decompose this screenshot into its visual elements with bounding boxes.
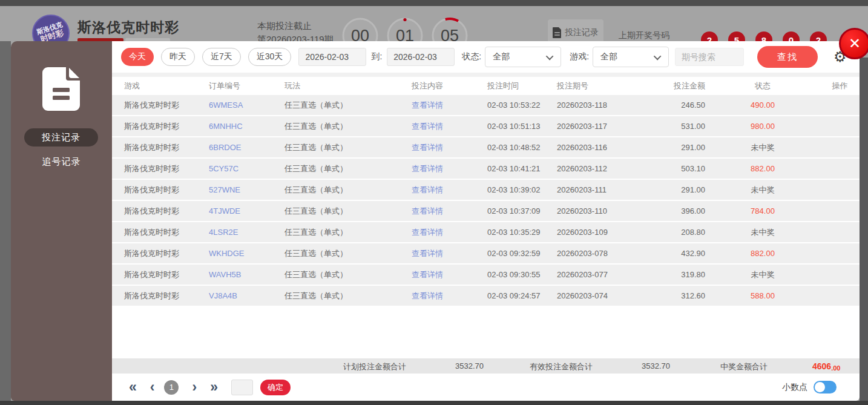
cell-game: 斯洛伐克时时彩 [112, 291, 209, 301]
cell-status: 882.00 [705, 249, 820, 258]
document-icon [553, 27, 562, 38]
table-body: 斯洛伐克时时彩 6WMESA 任三直选（单式） 查看详情 02-03 10:53… [112, 95, 860, 307]
cell-amount: 396.00 [657, 206, 705, 216]
period-search-input[interactable] [675, 48, 744, 66]
cell-play: 任三直选（单式） [284, 291, 412, 301]
decimal-toggle[interactable] [814, 381, 837, 393]
table-empty-space [112, 307, 860, 358]
view-details-link[interactable]: 查看详情 [412, 100, 481, 111]
cell-period: 20260203-077 [557, 270, 657, 279]
view-details-link[interactable]: 查看详情 [412, 121, 481, 132]
cell-play: 任三直选（单式） [284, 185, 412, 196]
decimal-toggle-label: 小数点 [782, 382, 807, 393]
cell-play: 任三直选（单式） [284, 163, 412, 174]
page-header: 斯洛伐克 时时彩 斯洛伐克时时彩 本期投注截止 第20260203-119期 0… [0, 6, 868, 41]
order-id-link[interactable]: 527WNE [209, 185, 284, 194]
page-confirm-button[interactable]: 确定 [260, 380, 291, 395]
game-select[interactable]: 全部 [593, 47, 669, 67]
filter-bar: 今天 昨天 近7天 近30天 到: 状态: 全部 游戏: 全部 查找 ⚙ [112, 41, 860, 73]
view-details-link[interactable]: 查看详情 [412, 142, 481, 153]
cell-play: 任三直选（单式） [284, 206, 412, 217]
table-row: 斯洛伐克时时彩 4LSR2E 任三直选（单式） 查看详情 02-03 10:35… [112, 222, 860, 243]
cell-status: 784.00 [705, 206, 820, 216]
view-details-link[interactable]: 查看详情 [412, 291, 481, 301]
game-select-value: 全部 [600, 51, 617, 62]
view-details-link[interactable]: 查看详情 [412, 185, 481, 196]
cell-status: 588.00 [705, 291, 820, 300]
view-details-link[interactable]: 查看详情 [412, 248, 481, 259]
quick-filter-today[interactable]: 今天 [121, 48, 154, 66]
quick-filter-yesterday[interactable]: 昨天 [161, 48, 195, 66]
order-id-link[interactable]: 6MNHHC [209, 122, 284, 131]
decimal-toggle-group: 小数点 [782, 381, 837, 393]
table-row: 斯洛伐克时时彩 6WMESA 任三直选（单式） 查看详情 02-03 10:53… [112, 95, 860, 116]
cell-game: 斯洛伐克时时彩 [112, 100, 209, 111]
table-row: 斯洛伐克时时彩 6BRDOE 任三直选（单式） 查看详情 02-03 10:48… [112, 137, 860, 159]
cell-game: 斯洛伐克时时彩 [112, 142, 209, 153]
view-details-link[interactable]: 查看详情 [412, 163, 481, 174]
prev-page-button[interactable]: ‹ [150, 380, 155, 394]
cell-time: 02-03 10:51:13 [481, 122, 557, 131]
cell-time: 02-03 10:37:09 [481, 206, 557, 216]
sidebar-item-bet-records[interactable]: 投注记录 [24, 128, 98, 147]
cell-play: 任三直选（单式） [284, 100, 412, 111]
col-action: 操作 [820, 81, 860, 91]
page-number-input[interactable] [231, 380, 253, 395]
close-icon[interactable]: ✕ [839, 28, 868, 59]
cell-status: 未中奖 [705, 227, 820, 238]
page-left-edge [0, 41, 11, 401]
page-title: 斯洛伐克时时彩 [77, 18, 179, 37]
modal-content: 今天 昨天 近7天 近30天 到: 状态: 全部 游戏: 全部 查找 ⚙ 游戏 [112, 41, 860, 401]
order-id-link[interactable]: 6BRDOE [209, 143, 284, 152]
cell-game: 斯洛伐克时时彩 [112, 163, 209, 174]
cell-status: 未中奖 [705, 185, 820, 196]
cell-period: 20260203-116 [557, 143, 657, 152]
first-page-button[interactable]: « [129, 380, 137, 394]
order-id-link[interactable]: 4TJWDE [209, 206, 284, 216]
cell-amount: 432.90 [657, 249, 705, 258]
col-status: 状态 [705, 81, 820, 91]
order-id-link[interactable]: WKHDGE [209, 249, 284, 258]
sidebar-item-chase-records[interactable]: 追号记录 [11, 153, 112, 170]
last-page-button[interactable]: » [210, 380, 218, 394]
order-id-link[interactable]: 5CY57C [209, 164, 284, 173]
order-id-link[interactable]: 4LSR2E [209, 228, 284, 237]
order-id-link[interactable]: 6WMESA [209, 100, 284, 110]
cell-time: 02-03 10:53:22 [481, 100, 557, 110]
win-total-value: 4606.00 [812, 361, 831, 371]
date-from-input[interactable] [298, 48, 366, 66]
status-filter-label: 状态: [462, 51, 481, 62]
quick-filter-7days[interactable]: 近7天 [202, 48, 241, 66]
cell-time: 02-03 10:35:29 [481, 228, 557, 237]
status-select[interactable]: 全部 [485, 47, 561, 67]
cell-game: 斯洛伐克时时彩 [112, 121, 209, 132]
view-details-link[interactable]: 查看详情 [412, 206, 481, 217]
cell-status: 未中奖 [705, 269, 820, 280]
date-to-input[interactable] [387, 48, 455, 66]
bet-records-modal: 投注记录 追号记录 今天 昨天 近7天 近30天 到: 状态: 全部 游戏: 全… [11, 41, 860, 401]
plan-total-label: 计划投注金额合计 [343, 361, 406, 372]
table-header: 游戏 订单编号 玩法 投注内容 投注时间 投注期号 投注金额 状态 操作 [112, 77, 860, 95]
col-order: 订单编号 [209, 81, 284, 91]
view-details-link[interactable]: 查看详情 [412, 269, 481, 280]
cell-period: 20260203-117 [557, 122, 657, 131]
cell-amount: 312.60 [657, 291, 705, 300]
order-id-link[interactable]: WAVH5B [209, 270, 284, 279]
cell-game: 斯洛伐克时时彩 [112, 269, 209, 280]
cell-time: 02-03 09:24:57 [481, 291, 557, 300]
plan-total-value: 3532.70 [455, 361, 484, 370]
table-row: 斯洛伐克时时彩 WAVH5B 任三直选（单式） 查看详情 02-03 09:30… [112, 265, 860, 286]
page-bottom-bar [0, 401, 868, 405]
search-button[interactable]: 查找 [757, 46, 818, 68]
view-details-link[interactable]: 查看详情 [412, 227, 481, 238]
order-id-link[interactable]: VJ8A4B [209, 291, 284, 300]
cell-play: 任三直选（单式） [284, 121, 412, 132]
cell-amount: 208.80 [657, 228, 705, 237]
cell-play: 任三直选（单式） [284, 269, 412, 280]
current-page-indicator[interactable]: 1 [164, 380, 179, 395]
valid-total-label: 有效投注金额合计 [530, 361, 593, 372]
col-content: 投注内容 [412, 81, 481, 91]
quick-filter-30days[interactable]: 近30天 [248, 48, 292, 66]
cell-period: 20260203-078 [557, 249, 657, 258]
next-page-button[interactable]: › [192, 380, 197, 394]
